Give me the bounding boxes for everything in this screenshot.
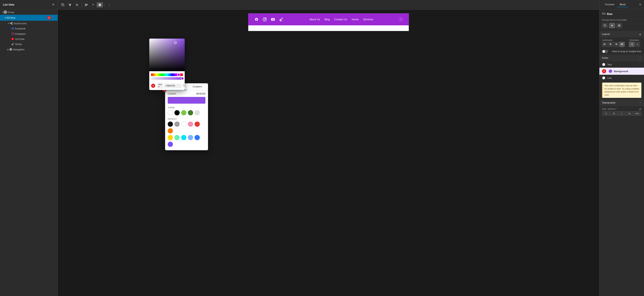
size-xl-button[interactable]: XL (626, 111, 634, 116)
size-m-button[interactable]: M (610, 111, 618, 116)
hex-mode-chevron: ▾ (158, 86, 160, 88)
theme-swatch-white[interactable] (168, 110, 173, 115)
square-button[interactable] (97, 2, 103, 7)
orient-horizontal-button[interactable] (629, 42, 634, 47)
tree-item-navigation[interactable]: ▶ Navigation (0, 47, 58, 52)
color-section-title: Color (602, 57, 608, 59)
default-swatch-green[interactable] (174, 135, 180, 140)
duplicate-button[interactable] (60, 2, 66, 7)
justify-end-button[interactable] (614, 42, 619, 47)
hex-mode-select[interactable]: Hex ▾ (158, 83, 163, 88)
tab-block[interactable]: Block (617, 2, 628, 7)
size-s-button[interactable]: S (602, 111, 610, 116)
nav-link-blog[interactable]: Blog (324, 18, 330, 21)
add-element-button[interactable]: + (399, 17, 403, 22)
svg-line-8 (11, 23, 12, 23)
wrap-toggle[interactable] (602, 50, 608, 53)
row-block-icon (602, 12, 606, 16)
layout-section-toggle[interactable]: ▲ (639, 33, 642, 36)
color-gradient-area[interactable] (149, 38, 185, 71)
default-swatch-white[interactable] (181, 122, 186, 127)
color-hue-slider[interactable] (151, 73, 183, 76)
svg-rect-30 (86, 5, 87, 5)
youtube-social-icon (270, 17, 276, 22)
nav-link-contact[interactable]: Contact Us (334, 18, 347, 21)
svg-rect-4 (7, 17, 10, 18)
default-swatch-blue[interactable] (194, 135, 200, 140)
justify-center-button[interactable] (608, 42, 613, 47)
row-options-button[interactable]: ⋮ (51, 16, 56, 19)
move-button[interactable] (74, 2, 80, 7)
theme-swatch-green-dark[interactable] (188, 110, 193, 115)
layout-split-button[interactable] (616, 23, 622, 28)
layout-duplicate-button[interactable] (602, 23, 608, 28)
size-reset-button[interactable]: ⇄ (639, 108, 642, 111)
add-block-button[interactable]: + (90, 2, 96, 8)
tree-item-social-icons[interactable]: ▼ Social Icons (0, 21, 58, 26)
color-picker-handle[interactable] (174, 41, 177, 44)
left-panel-close-button[interactable]: ✕ (52, 2, 55, 7)
default-swatch-black[interactable] (168, 122, 173, 127)
main-area: + ⋮ (58, 0, 599, 296)
default-swatch-yellow[interactable] (168, 135, 173, 140)
color-alpha-slider[interactable] (151, 77, 183, 80)
chevron-right-icon[interactable]: ▶ (8, 48, 9, 50)
nav-link-about[interactable]: About Us (309, 18, 320, 21)
tab-gradient[interactable]: Gradient (186, 83, 208, 90)
nav-link-services[interactable]: Services (363, 18, 373, 21)
svg-point-34 (266, 18, 266, 19)
color-section-options[interactable]: ⋮ (639, 56, 642, 59)
justify-fill-button[interactable] (619, 42, 624, 47)
wrap-label: Allow to wrap to multiple lines (612, 50, 642, 53)
warning-text: This color combination may be hard for p… (604, 84, 640, 96)
theme-swatch-gray[interactable] (194, 110, 200, 115)
color-item-text[interactable]: Text (600, 61, 644, 68)
size-xxl-button[interactable]: XXL (634, 111, 641, 116)
sg-custom-swatch[interactable] (168, 97, 206, 104)
wrap-row: Allow to wrap to multiple lines (600, 48, 644, 55)
theme-swatch-black[interactable] (174, 110, 180, 115)
size-l-button[interactable]: L (618, 111, 626, 116)
copy-color-button[interactable] (182, 84, 185, 88)
default-swatch-pink[interactable] (188, 122, 193, 127)
svg-rect-29 (86, 4, 88, 5)
default-swatch-cyan[interactable] (181, 135, 186, 140)
align-left-button[interactable] (84, 2, 90, 7)
default-swatch-purple[interactable] (168, 142, 173, 147)
align-center-button[interactable] (67, 2, 73, 7)
default-swatch-orange[interactable] (168, 128, 173, 133)
justify-start-button[interactable] (602, 42, 607, 47)
svg-point-12 (13, 33, 14, 33)
left-panel-header: List View ✕ (0, 0, 58, 9)
hex-input[interactable] (167, 84, 180, 87)
tree-item-row[interactable]: ▼ Row 1 ⋮ (0, 15, 58, 21)
default-swatch-gray[interactable] (174, 122, 180, 127)
chevron-down-icon[interactable]: ▼ (4, 17, 6, 19)
color-alpha-handle[interactable] (181, 77, 184, 80)
canvas-area[interactable]: About Us Blog Contact Us Home Services + (58, 10, 599, 296)
tab-template[interactable]: Template (602, 2, 617, 7)
chevron-down-icon[interactable]: ▼ (2, 11, 3, 13)
social-icons-label: Social Icons (14, 22, 26, 25)
sg-custom-value: 8D4CE6 (196, 92, 206, 95)
default-swatch-blue-light[interactable] (188, 135, 193, 140)
more-options-button[interactable]: ⋮ (106, 2, 112, 7)
color-item-link[interactable]: Link (600, 75, 644, 81)
tree-item-tiktok[interactable]: TikTok (0, 41, 58, 47)
svg-rect-56 (621, 44, 623, 45)
typography-section-options[interactable]: ⋮ (639, 101, 642, 104)
tree-item-instagram[interactable]: Instagram (0, 31, 58, 36)
sg-default-label: DEFAULT (165, 117, 208, 121)
right-panel-close-button[interactable]: ✕ (639, 3, 642, 6)
chevron-down-icon[interactable]: ▼ (8, 22, 9, 24)
layout-center-button[interactable] (609, 23, 615, 28)
orient-vertical-button[interactable] (635, 42, 640, 47)
tree-item-facebook[interactable]: Facebook (0, 26, 58, 31)
tree-item-youtube[interactable]: YouTube (0, 36, 58, 41)
color-hue-handle[interactable] (177, 73, 180, 76)
tree-item-group[interactable]: ▼ Group (0, 9, 58, 15)
default-swatch-red[interactable] (194, 122, 200, 127)
color-item-background[interactable]: 2 Background (600, 68, 644, 75)
theme-swatch-green-light[interactable] (181, 110, 186, 115)
nav-link-home[interactable]: Home (352, 18, 358, 21)
